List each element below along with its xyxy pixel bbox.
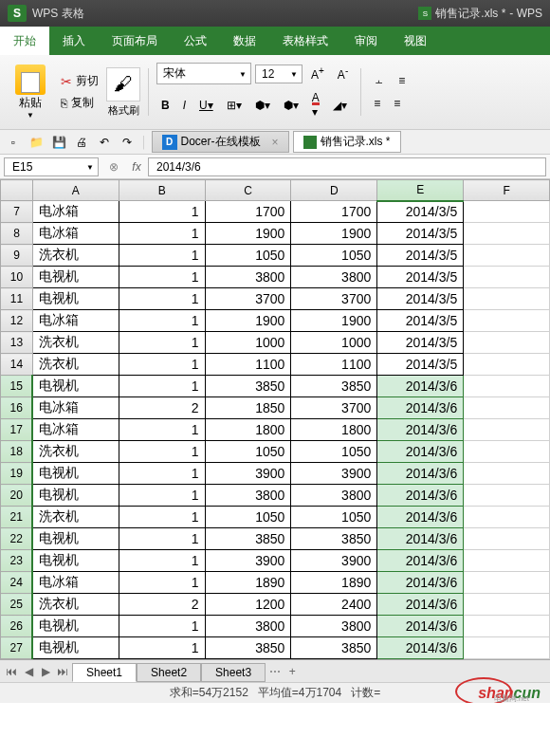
cell[interactable] — [464, 223, 550, 245]
align-middle-button[interactable]: ≡ — [394, 71, 410, 90]
cell[interactable] — [464, 507, 550, 528]
cell[interactable]: 2014/3/6 — [377, 463, 464, 485]
cell[interactable]: 3700 — [291, 288, 377, 310]
more-tabs-button[interactable]: ⋯ — [267, 664, 283, 679]
row-header-23[interactable]: 23 — [1, 550, 33, 572]
cell[interactable]: 2014/3/6 — [377, 572, 464, 594]
cell[interactable]: 1000 — [291, 332, 377, 354]
cell[interactable]: 3700 — [291, 397, 377, 419]
cell[interactable]: 1050 — [205, 507, 291, 528]
cell[interactable]: 3900 — [291, 463, 377, 485]
cell[interactable]: 1900 — [205, 310, 291, 332]
row-header-18[interactable]: 18 — [1, 441, 33, 463]
cell[interactable]: 3800 — [205, 267, 291, 288]
row-header-19[interactable]: 19 — [1, 463, 33, 485]
cell[interactable]: 1700 — [205, 201, 291, 223]
column-header-E[interactable]: E — [377, 180, 464, 201]
align-left-button[interactable]: ≡ — [369, 94, 385, 113]
cell[interactable]: 2014/3/6 — [377, 376, 464, 397]
cell[interactable]: 1 — [119, 288, 205, 310]
paste-button[interactable]: 粘贴▼ — [8, 61, 53, 123]
align-top-button[interactable]: ⫠ — [369, 71, 390, 90]
cell[interactable] — [464, 310, 550, 332]
new-button[interactable]: ▫ — [4, 133, 23, 152]
row-header-22[interactable]: 22 — [1, 528, 33, 550]
column-header-F[interactable]: F — [464, 180, 550, 201]
spreadsheet-grid[interactable]: ABCDEF7电冰箱1170017002014/3/58电冰箱119001900… — [0, 179, 550, 659]
cut-button[interactable]: ✂ 剪切 — [57, 71, 102, 91]
cell[interactable] — [464, 397, 550, 419]
docer-tab[interactable]: D Docer-在线模板 × — [152, 131, 289, 153]
format-painter-button[interactable]: 🖌 — [106, 67, 140, 101]
cell[interactable] — [464, 267, 550, 288]
cell[interactable] — [464, 441, 550, 463]
cell[interactable]: 1050 — [205, 441, 291, 463]
file-tab[interactable]: 销售记录.xls * — [293, 131, 401, 153]
undo-button[interactable]: ↶ — [95, 133, 114, 152]
cell[interactable]: 3700 — [205, 288, 291, 310]
redo-button[interactable]: ↷ — [118, 133, 137, 152]
row-header-21[interactable]: 21 — [1, 507, 33, 528]
cancel-formula-button[interactable]: ⊗ — [102, 160, 125, 174]
cell[interactable]: 1850 — [205, 397, 291, 419]
cell[interactable]: 2400 — [291, 594, 377, 616]
add-sheet-button[interactable]: + — [284, 664, 300, 679]
cell[interactable]: 电视机 — [32, 550, 119, 572]
menu-item-5[interactable]: 表格样式 — [269, 27, 341, 55]
cell[interactable]: 2014/3/5 — [377, 201, 464, 223]
row-header-17[interactable]: 17 — [1, 419, 33, 441]
prev-sheet-button[interactable]: ◀ — [21, 664, 36, 679]
cell[interactable] — [464, 376, 550, 397]
cell[interactable] — [464, 245, 550, 267]
formula-input[interactable]: 2014/3/6 — [148, 157, 546, 176]
cell[interactable]: 1050 — [291, 507, 377, 528]
font-name-select[interactable]: 宋体 ▼ — [156, 63, 251, 84]
font-size-select[interactable]: 12 ▼ — [255, 65, 302, 83]
row-header-25[interactable]: 25 — [1, 594, 33, 616]
column-header-C[interactable]: C — [205, 180, 291, 201]
cell[interactable]: 1 — [119, 376, 205, 397]
border-button[interactable]: ⊞▾ — [222, 96, 247, 115]
cell[interactable]: 电冰箱 — [32, 223, 119, 245]
increase-font-button[interactable]: A+ — [306, 63, 329, 84]
cell[interactable]: 2 — [119, 397, 205, 419]
cell[interactable]: 电视机 — [32, 463, 119, 485]
next-sheet-button[interactable]: ▶ — [38, 664, 53, 679]
cell[interactable]: 1000 — [205, 332, 291, 354]
cell[interactable]: 1 — [119, 267, 205, 288]
row-header-14[interactable]: 14 — [1, 354, 33, 376]
cell[interactable] — [464, 463, 550, 485]
row-header-13[interactable]: 13 — [1, 332, 33, 354]
row-header-12[interactable]: 12 — [1, 310, 33, 332]
cell[interactable]: 3900 — [205, 550, 291, 572]
save-button[interactable]: 💾 — [49, 133, 68, 152]
cell[interactable]: 1 — [119, 245, 205, 267]
copy-button[interactable]: ⎘ 复制 — [57, 93, 102, 113]
cell[interactable]: 1 — [119, 201, 205, 223]
row-header-11[interactable]: 11 — [1, 288, 33, 310]
cell[interactable] — [464, 354, 550, 376]
cell[interactable] — [464, 528, 550, 550]
cell[interactable]: 1 — [119, 507, 205, 528]
cell[interactable]: 电视机 — [32, 616, 119, 637]
cell[interactable]: 2014/3/6 — [377, 441, 464, 463]
cell[interactable]: 1100 — [205, 354, 291, 376]
cell[interactable]: 电冰箱 — [32, 397, 119, 419]
sheet-tab-Sheet3[interactable]: Sheet3 — [201, 663, 266, 682]
cell[interactable]: 2014/3/5 — [377, 223, 464, 245]
cell[interactable]: 电视机 — [32, 267, 119, 288]
cell[interactable]: 2014/3/6 — [377, 550, 464, 572]
menu-item-3[interactable]: 公式 — [171, 27, 220, 55]
italic-button[interactable]: I — [178, 96, 191, 115]
cell[interactable]: 2014/3/6 — [377, 616, 464, 637]
cell[interactable] — [464, 419, 550, 441]
cell[interactable]: 3800 — [205, 485, 291, 507]
select-all-corner[interactable] — [1, 180, 33, 201]
cell[interactable]: 2014/3/5 — [377, 332, 464, 354]
cell[interactable]: 3850 — [205, 528, 291, 550]
cell[interactable]: 3800 — [291, 485, 377, 507]
decrease-font-button[interactable]: A- — [333, 63, 353, 84]
row-header-7[interactable]: 7 — [1, 201, 33, 223]
sheet-tab-Sheet1[interactable]: Sheet1 — [72, 663, 137, 682]
cell[interactable]: 电冰箱 — [32, 419, 119, 441]
